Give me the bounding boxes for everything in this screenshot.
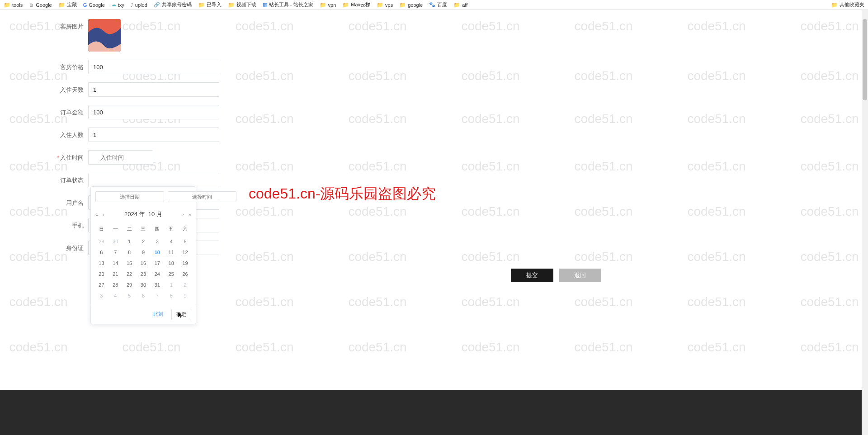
weekday-label: 三 bbox=[137, 224, 151, 234]
calendar-day[interactable]: 28 bbox=[108, 279, 123, 290]
calendar-day[interactable]: 5 bbox=[123, 290, 137, 301]
calendar-day[interactable]: 8 bbox=[164, 290, 178, 301]
cursor-icon bbox=[178, 312, 184, 319]
room-image-label: 客房图片 bbox=[0, 19, 88, 31]
next-month-icon[interactable]: › bbox=[182, 212, 184, 217]
datepicker-days-grid: 2930123456789101112131415161718192021222… bbox=[91, 236, 196, 305]
calendar-day[interactable]: 13 bbox=[94, 258, 108, 269]
calendar-day[interactable]: 22 bbox=[123, 269, 137, 279]
datepicker-time-field[interactable] bbox=[168, 191, 236, 202]
calendar-day[interactable]: 25 bbox=[164, 269, 178, 279]
weekday-label: 六 bbox=[178, 224, 192, 234]
people-label: 入住人数 bbox=[0, 128, 88, 139]
calendar-day[interactable]: 17 bbox=[150, 258, 164, 269]
calendar-day[interactable]: 4 bbox=[108, 290, 123, 301]
calendar-day[interactable]: 31 bbox=[150, 279, 164, 290]
bookmark-item[interactable]: 📁aff bbox=[453, 1, 467, 8]
calendar-day[interactable]: 9 bbox=[137, 247, 151, 258]
bookmark-item[interactable]: GGoogle bbox=[83, 1, 105, 8]
checkin-label: 入住时间 bbox=[0, 150, 88, 162]
status-input[interactable] bbox=[88, 173, 219, 187]
days-label: 入住天数 bbox=[0, 82, 88, 94]
datepicker-title: 2024 年 10 月 bbox=[124, 210, 162, 218]
bookmark-item[interactable]: 📁其他收藏夹 bbox=[831, 1, 864, 8]
submit-button[interactable]: 提交 bbox=[511, 269, 553, 282]
calendar-day[interactable]: 18 bbox=[164, 258, 178, 269]
bookmark-item[interactable]: 📁Max云梯 bbox=[342, 1, 370, 8]
calendar-day[interactable]: 24 bbox=[150, 269, 164, 279]
calendar-day[interactable]: 29 bbox=[123, 279, 137, 290]
bookmark-item[interactable]: 🐾百度 bbox=[429, 1, 447, 8]
calendar-day[interactable]: 14 bbox=[108, 258, 123, 269]
bookmark-item[interactable]: 📁vpn bbox=[320, 1, 336, 8]
bookmark-item[interactable]: 📁宝藏 bbox=[58, 1, 77, 8]
calendar-day[interactable]: 1 bbox=[123, 236, 137, 247]
datepicker-now-button[interactable]: 此刻 bbox=[149, 309, 168, 320]
weekday-label: 日 bbox=[94, 224, 108, 234]
status-label: 订单状态 bbox=[0, 173, 88, 184]
calendar-day[interactable]: 11 bbox=[164, 247, 178, 258]
bookmark-item[interactable]: 📁tools bbox=[4, 1, 23, 8]
calendar-day[interactable]: 16 bbox=[137, 258, 151, 269]
amount-label: 订单金额 bbox=[0, 105, 88, 117]
prev-year-icon[interactable]: « bbox=[95, 212, 98, 217]
people-input[interactable] bbox=[88, 128, 219, 142]
bookmark-item[interactable]: ⤴uplod bbox=[131, 1, 147, 8]
amount-input[interactable] bbox=[88, 105, 219, 119]
calendar-day[interactable]: 15 bbox=[123, 258, 137, 269]
bookmark-item[interactable]: 📁vps bbox=[377, 1, 393, 8]
calendar-day[interactable]: 3 bbox=[150, 236, 164, 247]
bookmarks-bar: 📁tools🗎Google📁宝藏GGoogle☁txy⤴uplod🔗共享账号密码… bbox=[0, 0, 868, 10]
date-picker-popup: « ‹ 2024 年 10 月 › » 日一二三四五六 293012345678… bbox=[90, 186, 196, 324]
calendar-day[interactable]: 9 bbox=[178, 290, 192, 301]
bookmark-item[interactable]: 📁视频下载 bbox=[228, 1, 256, 8]
username-label: 用户名 bbox=[0, 195, 88, 207]
calendar-day[interactable]: 7 bbox=[150, 290, 164, 301]
calendar-day[interactable]: 20 bbox=[94, 269, 108, 279]
bookmark-item[interactable]: 📁google bbox=[399, 1, 423, 8]
calendar-day[interactable]: 7 bbox=[108, 247, 123, 258]
bookmark-item[interactable]: 🗎Google bbox=[29, 1, 52, 8]
days-input[interactable] bbox=[88, 82, 219, 97]
room-image-thumbnail[interactable] bbox=[88, 19, 121, 52]
calendar-day[interactable]: 27 bbox=[94, 279, 108, 290]
calendar-day[interactable]: 12 bbox=[178, 247, 192, 258]
calendar-day[interactable]: 2 bbox=[137, 236, 151, 247]
calendar-day[interactable]: 1 bbox=[164, 279, 178, 290]
calendar-day[interactable]: 30 bbox=[137, 279, 151, 290]
prev-month-icon[interactable]: ‹ bbox=[103, 212, 104, 217]
weekday-label: 二 bbox=[123, 224, 137, 234]
calendar-day[interactable]: 8 bbox=[123, 247, 137, 258]
calendar-day[interactable]: 6 bbox=[94, 247, 108, 258]
bookmark-item[interactable]: 🔗共享账号密码 bbox=[154, 1, 192, 8]
calendar-day[interactable]: 6 bbox=[137, 290, 151, 301]
bookmark-item[interactable]: ▦站长工具 - 站长之家 bbox=[263, 1, 313, 8]
calendar-day[interactable]: 26 bbox=[178, 269, 192, 279]
back-button[interactable]: 返回 bbox=[559, 269, 601, 282]
calendar-day[interactable]: 19 bbox=[178, 258, 192, 269]
idcard-label: 身份证 bbox=[0, 241, 88, 252]
bookmark-item[interactable]: 📁已导入 bbox=[198, 1, 222, 8]
bookmark-item[interactable]: ☁txy bbox=[111, 1, 124, 8]
calendar-day[interactable]: 30 bbox=[108, 236, 123, 247]
phone-label: 手机 bbox=[0, 218, 88, 230]
calendar-day[interactable]: 4 bbox=[164, 236, 178, 247]
calendar-day[interactable]: 10 bbox=[150, 247, 164, 258]
weekday-label: 五 bbox=[164, 224, 178, 234]
price-label: 客房价格 bbox=[0, 60, 88, 71]
calendar-day[interactable]: 21 bbox=[108, 269, 123, 279]
calendar-day[interactable]: 2 bbox=[178, 279, 192, 290]
price-input[interactable] bbox=[88, 60, 219, 74]
calendar-day[interactable]: 23 bbox=[137, 269, 151, 279]
datepicker-ok-button[interactable]: 确定 bbox=[171, 309, 191, 320]
calendar-day[interactable]: 3 bbox=[94, 290, 108, 301]
checkin-date-input[interactable] bbox=[88, 150, 153, 165]
calendar-day[interactable]: 29 bbox=[94, 236, 108, 247]
datepicker-date-field[interactable] bbox=[95, 191, 164, 202]
page-footer bbox=[0, 390, 862, 435]
next-year-icon[interactable]: » bbox=[189, 212, 191, 217]
datepicker-weekdays: 日一二三四五六 bbox=[91, 222, 196, 236]
weekday-label: 一 bbox=[108, 224, 123, 234]
calendar-day[interactable]: 5 bbox=[178, 236, 192, 247]
main-content: code51.cncode51.cncode51.cncode51.cncode… bbox=[0, 10, 868, 435]
